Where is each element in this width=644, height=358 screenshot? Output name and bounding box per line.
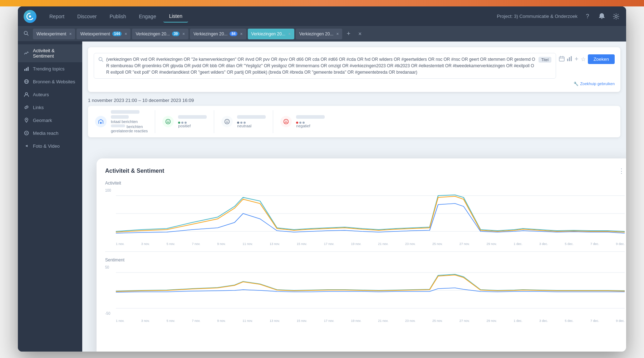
tab-close-4[interactable]: × — [240, 31, 243, 36]
stat-total-info: totaal berichten berichten gerelateerde … — [111, 110, 148, 133]
sidebar-item-links[interactable]: Links — [18, 101, 82, 114]
chart-icon[interactable] — [567, 56, 572, 63]
app-container: Report Discover Publish Engage Listen Pr… — [18, 6, 626, 352]
svg-rect-17 — [559, 57, 564, 61]
links-icon — [24, 104, 29, 110]
bronnen-icon — [24, 79, 29, 84]
svg-rect-24 — [100, 122, 102, 124]
activity-y-100: 100 — [105, 188, 111, 192]
project-label: Project: 3) Communicatie & Onderzoek — [497, 14, 577, 19]
stat-negatief-label: negatief — [296, 124, 325, 128]
sidebar-item-foto[interactable]: Foto & Video — [18, 139, 82, 152]
topnav: Report Discover Publish Engage Listen Pr… — [18, 6, 626, 26]
tab-close-3[interactable]: × — [182, 31, 185, 36]
svg-point-11 — [26, 119, 27, 120]
sidebar-item-auteurs[interactable]: Auteurs — [18, 88, 82, 101]
card-menu-icon[interactable]: ⋮ — [618, 167, 625, 175]
tab-close-1[interactable]: × — [69, 31, 72, 36]
svg-point-33 — [285, 121, 286, 122]
svg-rect-4 — [24, 69, 25, 71]
search-help[interactable]: 🔧 Zoekhuip gebruiken — [94, 82, 615, 86]
sidebar-item-geomark[interactable]: Geomark — [18, 114, 82, 127]
nav-engage[interactable]: Engage — [133, 11, 162, 22]
nav-publish[interactable]: Publish — [104, 11, 132, 22]
sidebar-item-trending[interactable]: Trending topics — [18, 62, 82, 75]
tab-close-5[interactable]: × — [288, 31, 291, 36]
sentiment-x-labels: 1 nov. 3 nov. 5 nov. 7 nov. 9 nov. 11 no… — [116, 319, 625, 323]
stat-negatief: negatief — [273, 110, 332, 133]
floating-card-title: Activiteit & Sentiment — [105, 168, 164, 174]
stat-total-icon — [95, 116, 107, 127]
floating-card: Activiteit & Sentiment ⋮ Activiteit 100 — [97, 158, 626, 352]
stat-reacties-label: gerelateerde reacties — [111, 129, 148, 133]
sidebar-item-activiteit[interactable]: Activiteit & Sentiment — [18, 44, 82, 62]
help-icon[interactable]: ? — [583, 12, 592, 21]
settings-icon[interactable] — [612, 12, 620, 21]
plus-icon[interactable]: + — [575, 55, 579, 63]
svg-marker-14 — [25, 145, 28, 147]
media-icon — [24, 130, 29, 136]
sidebar: Activiteit & Sentiment Trending topics — [18, 41, 82, 352]
stat-positief: positief — [155, 110, 214, 133]
svg-point-12 — [25, 131, 29, 135]
stat-berichten-label: berichten — [127, 124, 143, 129]
star-icon[interactable]: ☆ — [581, 56, 586, 63]
top-gradient-bar — [0, 0, 644, 6]
svg-point-34 — [286, 121, 287, 122]
svg-point-26 — [167, 121, 168, 122]
chart-divider — [105, 251, 625, 252]
sidebar-item-bronnen[interactable]: Bronnen & Websites — [18, 75, 82, 88]
stat-total: totaal berichten berichten gerelateerde … — [95, 110, 155, 133]
tab-badge-2: 144 — [112, 31, 122, 36]
svg-point-32 — [284, 119, 289, 124]
tab-wietexperiment-1[interactable]: Wietexperiment × — [33, 29, 75, 39]
tab-verkiezingen-4[interactable]: Verkiezingen 20... 84 × — [190, 29, 246, 39]
svg-point-30 — [226, 121, 227, 122]
svg-rect-22 — [569, 57, 570, 61]
zoeken-button[interactable]: Zoeken — [588, 54, 615, 64]
trending-icon — [24, 66, 29, 72]
sentiment-chart — [116, 265, 625, 315]
svg-rect-6 — [28, 67, 29, 71]
tab-close-6[interactable]: × — [336, 31, 339, 36]
tab-badge-4: 84 — [230, 31, 237, 36]
svg-line-3 — [27, 34, 29, 35]
search-icon — [98, 57, 103, 63]
bell-icon[interactable] — [598, 12, 606, 21]
search-input-wrapper: (verkiezingen OR vvd OR #verkiezingen OR… — [94, 53, 556, 79]
tab-verkiezingen-3[interactable]: Verkiezingen 20... 39 × — [132, 29, 188, 39]
tabs-close-all[interactable]: × — [355, 29, 364, 39]
stat-total-number2 — [111, 115, 129, 119]
nav-report[interactable]: Report — [44, 11, 70, 22]
content-panel: (verkiezingen OR vvd OR #verkiezingen OR… — [82, 41, 626, 352]
stat-total-label: totaal berichten — [111, 119, 148, 124]
tab-add-button[interactable]: + — [344, 29, 353, 39]
auteurs-icon — [24, 92, 29, 97]
main-content: Activiteit & Sentiment Trending topics — [18, 41, 626, 352]
geomark-icon — [24, 117, 29, 123]
nav-discover[interactable]: Discover — [72, 11, 102, 22]
tab-verkiezingen-6[interactable]: Verkiezingen 20... × — [296, 29, 342, 39]
tab-badge-3: 39 — [172, 31, 180, 36]
stat-neutraal-icon — [221, 116, 233, 127]
calendar-icon[interactable] — [559, 56, 565, 63]
svg-rect-23 — [571, 56, 572, 61]
sentiment-y-neg50: -50 — [105, 312, 110, 315]
tabs-search-icon[interactable] — [21, 29, 31, 39]
stat-positief-label: positief — [178, 124, 207, 128]
nav-listen[interactable]: Listen — [163, 10, 188, 23]
svg-point-0 — [29, 15, 31, 18]
stats-card: totaal berichten berichten gerelateerde … — [88, 106, 620, 137]
sentiment-label: Sentiment — [105, 258, 625, 263]
stat-positief-info: positief — [178, 115, 207, 128]
search-card: (verkiezingen OR vvd OR #verkiezingen OR… — [88, 47, 620, 92]
floating-card-header: Activiteit & Sentiment ⋮ — [105, 167, 625, 175]
activiteit-icon — [24, 50, 29, 56]
activity-x-labels: 1 nov. 3 nov. 5 nov. 7 nov. 9 nov. 11 no… — [116, 242, 625, 246]
sidebar-item-media[interactable]: Media reach — [18, 127, 82, 139]
tab-wietexperiment-2[interactable]: Wietexperiment 144 × — [77, 29, 131, 39]
search-query[interactable]: (verkiezingen OR vvd OR #verkiezingen OR… — [106, 56, 536, 75]
tab-close-2[interactable]: × — [124, 31, 127, 36]
tab-verkiezingen-5[interactable]: Verkiezingen 20... × — [248, 29, 294, 39]
stat-negatief-info: negatief — [296, 115, 325, 128]
